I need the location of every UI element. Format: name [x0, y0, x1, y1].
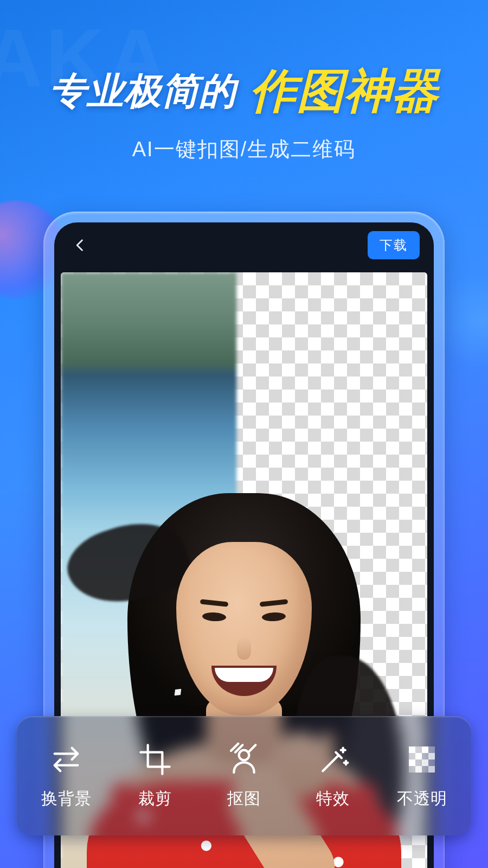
tool-opacity[interactable]: 不透明	[377, 742, 466, 810]
tool-label: 裁剪	[138, 788, 172, 810]
svg-rect-13	[415, 760, 422, 766]
tool-cutout[interactable]: 抠图	[200, 742, 288, 810]
headline: 专业极简的 作图神器	[0, 60, 488, 123]
svg-rect-10	[422, 753, 428, 760]
svg-rect-12	[409, 760, 415, 766]
back-button[interactable]	[68, 233, 92, 257]
svg-rect-15	[428, 760, 435, 766]
svg-rect-16	[409, 766, 415, 773]
svg-line-3	[248, 745, 255, 752]
swap-icon	[49, 742, 84, 777]
svg-rect-11	[428, 753, 435, 760]
app-topbar: 下载	[54, 222, 434, 268]
tool-label: 特效	[316, 788, 350, 810]
svg-rect-5	[415, 746, 422, 753]
tool-change-background[interactable]: 换背景	[22, 742, 111, 810]
subtitle: AI一键扣图/生成二维码	[0, 136, 488, 163]
svg-rect-9	[415, 753, 422, 760]
opacity-icon	[404, 742, 439, 777]
tool-label: 抠图	[227, 788, 261, 810]
tool-label: 不透明	[397, 788, 447, 810]
headline-part2: 作图神器	[250, 65, 439, 117]
cutout-icon	[227, 742, 261, 777]
tool-label: 换背景	[41, 788, 92, 810]
svg-rect-17	[415, 766, 422, 773]
crop-icon	[138, 742, 172, 777]
magic-wand-icon	[316, 742, 350, 777]
svg-rect-19	[428, 766, 435, 773]
svg-rect-14	[422, 760, 428, 766]
svg-rect-8	[409, 753, 415, 760]
headline-part1: 专业极简的	[49, 70, 236, 111]
tool-effects[interactable]: 特效	[288, 742, 377, 810]
bottom-toolbar: 换背景 裁剪 抠图 特效	[16, 716, 472, 835]
svg-rect-4	[409, 746, 415, 753]
download-button[interactable]: 下载	[368, 231, 420, 259]
svg-rect-6	[422, 746, 428, 753]
svg-rect-18	[422, 766, 428, 773]
tool-crop[interactable]: 裁剪	[111, 742, 200, 810]
chevron-left-icon	[73, 238, 88, 253]
svg-rect-7	[428, 746, 435, 753]
